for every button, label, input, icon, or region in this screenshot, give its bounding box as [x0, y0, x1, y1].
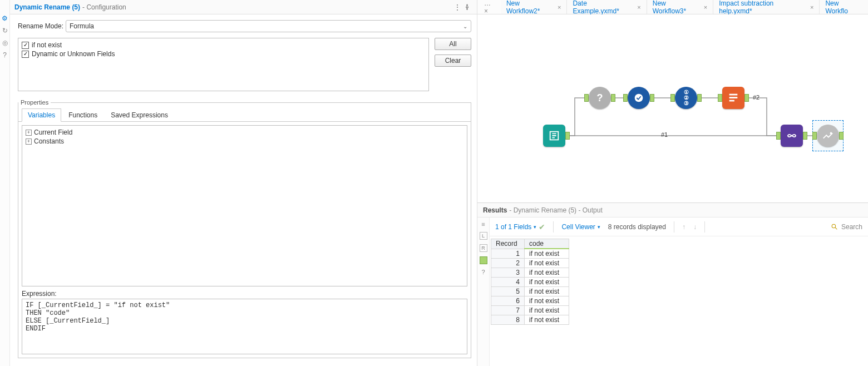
- field-check-if-not-exist[interactable]: ✓ if not exist: [22, 41, 425, 50]
- workflow-tab[interactable]: Date Example.yxmd*×: [567, 0, 647, 14]
- workflow-tab[interactable]: New Workflow2*×: [501, 0, 568, 14]
- anchor-in[interactable]: [776, 132, 781, 140]
- table-row[interactable]: 6if not exist: [491, 296, 569, 306]
- fields-dropdown[interactable]: 1 of 1 Fields ▾ ✔: [495, 222, 545, 231]
- check-icon: ✔: [539, 222, 545, 231]
- svg-point-10: [832, 224, 836, 228]
- workflow-tabstrip: … × New Workflow2*× Date Example.yxmd*× …: [477, 0, 868, 14]
- tool-select[interactable]: [628, 87, 650, 109]
- table-row[interactable]: 4if not exist: [491, 278, 569, 287]
- svg-rect-6: [729, 94, 738, 96]
- anchor-in[interactable]: [623, 94, 628, 102]
- close-icon[interactable]: ×: [810, 4, 813, 11]
- anchor-out[interactable]: [839, 132, 844, 140]
- table-row[interactable]: 1if not exist: [491, 249, 569, 259]
- help-icon[interactable]: ?: [1, 51, 9, 59]
- table-row[interactable]: 3if not exist: [491, 268, 569, 278]
- anchor-in[interactable]: [718, 94, 722, 102]
- cell-viewer-dropdown[interactable]: Cell Viewer ▾: [561, 223, 600, 231]
- cell-code: if not exist: [525, 287, 569, 296]
- close-icon[interactable]: ×: [637, 4, 640, 11]
- results-subtitle: - Dynamic Rename (5) - Output: [509, 206, 602, 214]
- properties-group: Properties Variables Functions Saved Exp…: [18, 99, 471, 358]
- anchor-r-icon[interactable]: R: [480, 244, 487, 252]
- expand-icon[interactable]: +: [26, 139, 32, 145]
- cell-code: if not exist: [525, 249, 569, 259]
- tab-saved-expressions[interactable]: Saved Expressions: [105, 108, 174, 122]
- anchor-out[interactable]: [650, 94, 654, 102]
- tree-item-constants[interactable]: + Constants: [26, 137, 463, 146]
- tool-input[interactable]: [543, 125, 565, 147]
- table-row[interactable]: 8if not exist: [491, 315, 569, 325]
- cell-record: 6: [491, 296, 525, 306]
- svg-rect-8: [729, 100, 734, 102]
- cell-record: 8: [491, 315, 525, 325]
- tree-item-current-field[interactable]: + Current Field: [26, 128, 463, 137]
- checkbox-icon[interactable]: ✓: [22, 51, 29, 58]
- tool-browse[interactable]: [817, 125, 839, 147]
- anchor-in[interactable]: [584, 94, 589, 102]
- cell-record: 4: [491, 278, 525, 287]
- anchor-out[interactable]: [611, 94, 615, 102]
- cell-record: 2: [491, 259, 525, 268]
- col-record[interactable]: Record: [491, 239, 525, 249]
- tool-summarize[interactable]: [722, 87, 744, 109]
- results-view-rail: ≡ L R ?: [477, 217, 490, 366]
- config-titlebar: Dynamic Rename (5) - Configuration ⋮: [10, 0, 477, 14]
- results-grid[interactable]: Record code 1if not exist2if not exist3i…: [491, 239, 569, 325]
- list-icon[interactable]: ≡: [481, 221, 485, 227]
- target-icon[interactable]: ◎: [1, 39, 9, 47]
- tool-record-id[interactable]: ①②③: [675, 87, 697, 109]
- tool-dynamic-rename[interactable]: [781, 125, 803, 147]
- anchor-out[interactable]: [803, 132, 807, 140]
- arrow-down-icon[interactable]: ↓: [693, 223, 697, 231]
- variables-tree[interactable]: + Current Field + Constants: [22, 125, 467, 286]
- anchor-out-icon[interactable]: [480, 256, 487, 264]
- close-icon[interactable]: ×: [558, 4, 561, 11]
- field-check-dynamic[interactable]: ✓ Dynamic or Unknown Fields: [22, 50, 425, 58]
- kebab-icon[interactable]: ⋮: [452, 2, 462, 12]
- close-icon[interactable]: ×: [704, 4, 707, 11]
- all-button[interactable]: All: [435, 38, 471, 50]
- workflow-tab[interactable]: New Workflow3*×: [647, 0, 714, 14]
- svg-rect-7: [729, 97, 738, 98]
- cell-record: 7: [491, 306, 525, 315]
- chevron-down-icon: ⌄: [463, 23, 467, 29]
- table-row[interactable]: 5if not exist: [491, 287, 569, 296]
- workflow-tab[interactable]: New Workflo: [820, 0, 868, 14]
- table-row[interactable]: 7if not exist: [491, 306, 569, 315]
- col-code[interactable]: code: [525, 239, 569, 249]
- results-toolbar: 1 of 1 Fields ▾ ✔ Cell Viewer ▾ 8 record…: [490, 217, 868, 236]
- tab-overflow-left[interactable]: … ×: [480, 0, 501, 14]
- expand-icon[interactable]: +: [26, 130, 32, 136]
- results-search[interactable]: Search: [831, 223, 862, 231]
- clear-button[interactable]: Clear: [435, 55, 471, 67]
- workflow-canvas[interactable]: ? ①②③ #2 #1: [477, 14, 868, 202]
- cell-code: if not exist: [525, 259, 569, 268]
- anchor-out[interactable]: [565, 132, 570, 140]
- anchor-out[interactable]: [697, 94, 702, 102]
- anchor-l-icon[interactable]: L: [480, 232, 487, 240]
- cell-record: 1: [491, 249, 525, 259]
- cell-code: if not exist: [525, 315, 569, 325]
- tab-variables[interactable]: Variables: [22, 108, 61, 122]
- pin-icon[interactable]: [462, 2, 472, 12]
- records-displayed: 8 records displayed: [608, 223, 666, 231]
- gear-icon[interactable]: ⚙: [1, 14, 9, 22]
- rename-mode-select[interactable]: Formula ⌄: [66, 20, 471, 32]
- svg-point-9: [830, 132, 832, 135]
- cell-code: if not exist: [525, 268, 569, 278]
- table-row[interactable]: 2if not exist: [491, 259, 569, 268]
- tab-functions[interactable]: Functions: [62, 108, 103, 122]
- arrow-up-icon[interactable]: ↑: [682, 223, 685, 231]
- tool-data-cleansing[interactable]: ?: [589, 87, 611, 109]
- checkbox-icon[interactable]: ✓: [22, 42, 29, 49]
- refresh-icon[interactable]: ↻: [1, 27, 9, 34]
- anchor-in[interactable]: [812, 132, 817, 140]
- fields-list[interactable]: ✓ if not exist ✓ Dynamic or Unknown Fiel…: [18, 38, 429, 91]
- workflow-tab[interactable]: Impact subtraction help.yxmd*×: [713, 0, 820, 14]
- expression-input[interactable]: IF [_CurrentField_] = "if not exist" THE…: [22, 299, 467, 354]
- anchor-out[interactable]: [744, 94, 749, 102]
- help-icon[interactable]: ?: [481, 269, 485, 275]
- anchor-in[interactable]: [670, 94, 675, 102]
